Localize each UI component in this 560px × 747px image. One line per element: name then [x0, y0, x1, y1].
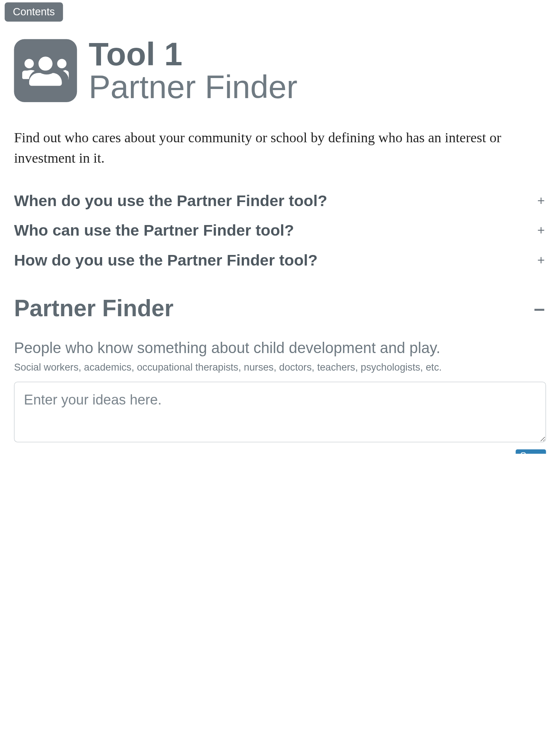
- page-header: Tool 1 Partner Finder: [14, 38, 546, 103]
- accordion-title: Who can use the Partner Finder tool?: [14, 221, 294, 240]
- tool-number: Tool 1: [89, 38, 298, 71]
- tool-name: Partner Finder: [89, 71, 298, 104]
- plus-icon: +: [537, 193, 546, 209]
- users-icon: [22, 47, 69, 94]
- contents-button[interactable]: Contents: [5, 2, 63, 22]
- prompt-child-development: People who know something about child de…: [14, 339, 546, 454]
- intro-text: Find out who cares about your community …: [14, 128, 546, 168]
- save-button[interactable]: Save: [516, 449, 546, 453]
- plus-icon: +: [537, 253, 546, 268]
- group-icon: [14, 39, 77, 102]
- accordion-how[interactable]: How do you use the Partner Finder tool? …: [14, 245, 546, 275]
- section-header[interactable]: Partner Finder –: [14, 295, 546, 321]
- accordion-who[interactable]: Who can use the Partner Finder tool? +: [14, 216, 546, 245]
- accordion-title: How do you use the Partner Finder tool?: [14, 251, 318, 270]
- accordion-when[interactable]: When do you use the Partner Finder tool?…: [14, 186, 546, 216]
- ideas-input[interactable]: [14, 382, 546, 442]
- minus-icon: –: [534, 303, 546, 313]
- section-title: Partner Finder: [14, 295, 173, 321]
- prompt-hint: Social workers, academics, occupational …: [14, 361, 546, 373]
- accordion-title: When do you use the Partner Finder tool?: [14, 192, 327, 210]
- plus-icon: +: [537, 223, 546, 238]
- prompt-title: People who know something about child de…: [14, 339, 546, 357]
